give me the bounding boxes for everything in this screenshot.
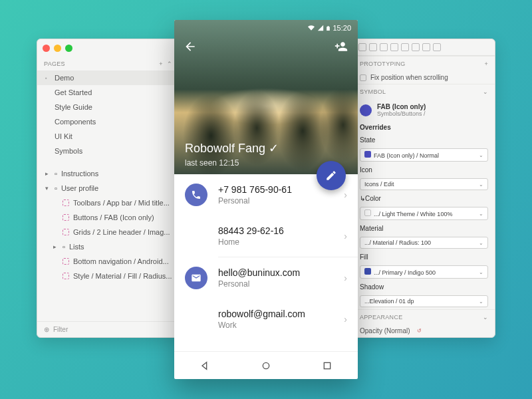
profile-header: 15:20 Robowolf Fang ✓ last seen 12:15 [174,20,358,174]
profile-name: Robowolf Fang ✓ [185,141,279,156]
symbol-info: FAB (Icon only)Symbols/Buttons / [353,99,495,121]
color-label: ↳Color [360,195,381,202]
symbol-thumbnail-icon [360,104,372,116]
window-controls [37,39,179,57]
nav-back-icon[interactable] [200,360,210,371]
right-panel: PROTOTYPING+ Fix position when scrolling… [352,39,495,338]
artboard-instructions[interactable]: ▸▫Instructions [37,166,179,181]
add-person-icon[interactable] [334,40,348,53]
maximize-window[interactable] [65,45,72,52]
plus-icon[interactable]: + [484,61,488,67]
collapse-icon[interactable]: ⌃ [167,61,172,67]
left-panel: PAGES +⌃ ▪Demo Get Started Style Guide C… [37,39,180,338]
align-left-icon[interactable] [358,43,366,51]
pages-header: PAGES +⌃ [37,57,179,70]
phone-number: 88443 29-62-16 [218,225,333,236]
svg-point-0 [263,362,269,368]
align-middle-icon[interactable] [401,43,409,51]
distribute-v-icon[interactable] [433,43,441,51]
symbol-name: FAB (Icon only) [377,103,426,110]
layers-tree: ▸▫Instructions ▾▫User profile Toolbars /… [37,166,179,283]
clock-time: 15:20 [332,24,351,32]
signal-icon [317,25,324,31]
opacity-label: Opacity (Normal) [360,327,410,334]
icon-label: Icon [360,166,372,174]
filter-input[interactable]: ⊕Filter [37,321,179,337]
phone-number: +7 981 765-90-61 [218,184,333,195]
fill-label: Fill [360,253,368,261]
align-toolbar [353,39,495,56]
pages-label: PAGES [44,61,65,67]
color-dropdown[interactable]: .../ Light Theme / White 100%⌄ [360,207,488,220]
artboard-user-profile[interactable]: ▾▫User profile [37,181,179,196]
chevron-down-icon: ⌄ [483,88,488,95]
layer-grids[interactable]: Grids / 2 Line header / Imag... [37,225,179,239]
page-demo[interactable]: ▪Demo [37,70,179,85]
phone-label: Home [218,237,333,247]
page-components[interactable]: Components [37,114,179,129]
contact-phone-home[interactable]: 88443 29-62-16Home › [174,215,358,257]
shadow-dropdown[interactable]: ...Elevation / 01 dp⌄ [360,295,488,307]
group-lists[interactable]: ▸▫Lists [37,239,179,254]
filter-icon: ⊕ [44,326,49,333]
minimize-window[interactable] [54,45,61,52]
layer-style-material[interactable]: Style / Material / Fill / Radius... [37,269,179,283]
android-navbar [174,351,358,379]
battery-icon [326,25,331,32]
chevron-right-icon: › [344,190,347,200]
material-dropdown[interactable]: .../ Material / Radius: 100⌄ [360,237,488,249]
overrides-label: Overrides [360,124,391,131]
prototyping-section[interactable]: PROTOTYPING+ [353,56,495,71]
close-window[interactable] [43,45,50,52]
state-dropdown[interactable]: FAB (Icon only) / Normal⌄ [360,148,488,162]
chevron-down-icon: ⌄ [483,314,488,321]
page-ui-kit[interactable]: UI Kit [37,129,179,144]
page-get-started[interactable]: Get Started [37,85,179,100]
material-label: Material [360,225,384,232]
email-address: robowolf@gmail.com [218,309,333,319]
fill-dropdown[interactable]: .../ Primary / Indigo 500⌄ [360,265,488,279]
pencil-icon [325,170,337,182]
chevron-right-icon: › [344,273,347,283]
state-label: State [360,136,375,144]
align-bottom-icon[interactable] [412,43,420,51]
back-icon[interactable] [184,40,197,53]
wifi-icon [307,25,315,31]
phone-label: Personal [218,196,333,205]
email-icon [185,267,207,289]
svg-rect-1 [324,362,330,368]
nav-recent-icon[interactable] [322,360,332,371]
icon-dropdown[interactable]: Icons / Edit⌄ [360,178,488,190]
status-bar: 15:20 [307,24,351,32]
email-label: Work [218,321,333,330]
fab-edit-button[interactable] [317,161,346,190]
align-right-icon[interactable] [380,43,388,51]
opacity-slider[interactable]: 100% [353,337,495,338]
reset-icon[interactable]: ↺ [417,328,422,334]
distribute-h-icon[interactable] [422,43,430,51]
nav-home-icon[interactable] [261,360,271,371]
last-seen: last seen 12:15 [185,158,239,168]
phone-mockup: 15:20 Robowolf Fang ✓ last seen 12:15 +7… [174,20,358,379]
appearance-section[interactable]: APPEARANCE⌄ [353,309,495,325]
symbol-section[interactable]: SYMBOL⌄ [353,84,495,99]
phone-icon [185,184,207,206]
page-symbols[interactable]: Symbols [37,144,179,158]
email-label: Personal [218,279,333,289]
chevron-right-icon: › [344,231,347,241]
contact-email-work[interactable]: robowolf@gmail.comWork › [174,299,358,340]
pages-list: ▪Demo Get Started Style Guide Components… [37,70,179,158]
align-top-icon[interactable] [390,43,398,51]
contact-email-personal[interactable]: hello@buninux.comPersonal › [174,257,358,299]
chevron-right-icon: › [344,314,347,325]
fix-position-checkbox[interactable]: Fix position when scrolling [353,71,495,84]
shadow-label: Shadow [360,283,384,291]
email-address: hello@buninux.com [218,267,333,278]
align-center-icon[interactable] [369,43,377,51]
contact-list: +7 981 765-90-61Personal › 88443 29-62-1… [174,174,358,351]
page-style-guide[interactable]: Style Guide [37,100,179,114]
layer-bottom-nav[interactable]: Bottom navigation / Android... [37,254,179,269]
layer-toolbar[interactable]: Toolbars / App bar / Mid title... [37,196,179,210]
add-page-icon[interactable]: + [159,61,163,67]
layer-fab[interactable]: Buttons / FAB (Icon only) [37,210,179,225]
